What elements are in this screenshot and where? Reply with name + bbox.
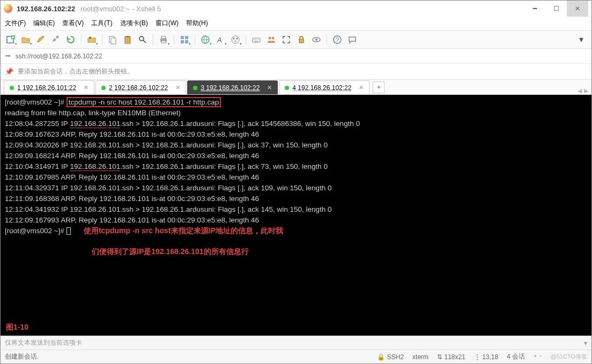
close-tab-icon[interactable]: ✕ — [267, 84, 272, 91]
encoding-button[interactable]: ▾ — [198, 33, 212, 47]
address-bar: ⮕ ssh://root@192.168.26.102:22 — [1, 49, 591, 64]
tab-strip: 1 192.168.26.101:22 ✕ 2 192.168.26.102:2… — [1, 80, 591, 95]
session-tab-1[interactable]: 1 192.168.26.101:22 ✕ — [4, 80, 94, 94]
terminal-line: 12:10:04.314971 IP 192.168.26.101.ssh > … — [5, 162, 328, 171]
svg-rect-13 — [181, 36, 184, 39]
font-button[interactable]: A▾ — [213, 33, 227, 47]
lock-button[interactable] — [294, 33, 308, 47]
terminal-line: 12:08:04.287255 IP 192.168.26.101.ssh > … — [5, 120, 360, 128]
send-bar-dropdown-icon[interactable]: ▾ — [584, 339, 587, 347]
menu-tab[interactable]: 选项卡(B) — [120, 19, 148, 28]
svg-point-2 — [54, 38, 56, 41]
fullscreen-button[interactable] — [279, 33, 293, 47]
pin-icon[interactable]: 📌 — [5, 68, 13, 76]
status-extra[interactable]: ⁺ ⁻ — [534, 353, 542, 361]
window-subtitle: root@vms002:~ - Xshell 5 — [80, 5, 161, 13]
menu-edit[interactable]: 编辑(E) — [33, 19, 55, 28]
search-button[interactable] — [136, 33, 150, 47]
status-term: xterm — [412, 353, 428, 361]
prompt: [root@vms002 ~]# — [5, 227, 66, 235]
underlined-ip: 192.168.26.101 — [70, 162, 120, 171]
status-dot-icon — [101, 86, 106, 90]
toolbar-overflow-button[interactable]: ▾ — [574, 33, 588, 47]
status-sessions: 4 会话 — [507, 352, 525, 361]
svg-point-28 — [315, 39, 317, 41]
command-highlight: tcpdump -n src host 192.168.26.101 -r ht… — [66, 97, 221, 107]
terminal-line: 12:09:04.302026 IP 192.168.26.101.ssh > … — [5, 141, 328, 149]
sessions-button[interactable] — [264, 33, 278, 47]
send-bar[interactable]: 仅将文本发送到当前选项卡 ▾ — [1, 336, 591, 350]
new-session-button[interactable]: ▾ — [4, 33, 18, 47]
annotation-line-1: 使用tcpdump -n src host来指定来源IP地址的信息，此时我 — [84, 226, 283, 235]
session-tab-2[interactable]: 2 192.168.26.102:22 ✕ — [95, 80, 186, 94]
connect-button[interactable] — [49, 33, 63, 47]
close-button[interactable]: ✕ — [567, 1, 588, 17]
tab-label: 4 192.168.26.102:22 — [292, 84, 351, 92]
hint-text: 要添加当前会话，点击左侧的箭头按钮。 — [18, 67, 134, 76]
terminal-line: 12:08:09.167623 ARP, Reply 192.168.26.10… — [5, 130, 259, 138]
hint-bar: 📌 要添加当前会话，点击左侧的箭头按钮。 — [1, 64, 591, 80]
svg-rect-8 — [126, 36, 129, 38]
transfer-button[interactable]: ▾ — [85, 33, 99, 47]
svg-point-20 — [233, 38, 235, 39]
help-button[interactable]: ? — [330, 33, 344, 47]
terminal-line: 12:11:09.168368 ARP, Reply 192.168.26.10… — [5, 195, 259, 203]
menu-file[interactable]: 文件(F) — [5, 19, 26, 28]
terminal-line: 12:09:09.168214 ARP, Reply 192.168.26.10… — [5, 152, 259, 160]
tab-next-icon[interactable]: ▶ — [584, 87, 588, 94]
svg-rect-6 — [111, 38, 116, 44]
menu-window[interactable]: 窗口(W) — [156, 19, 179, 28]
session-tab-4[interactable]: 4 192.168.26.102:22 ✕ — [279, 80, 369, 94]
tab-label: 3 192.168.26.102:22 — [201, 84, 260, 92]
terminal-line: 12:12:04.341932 IP 192.168.26.101.ssh > … — [5, 205, 332, 213]
watermark: @51CTO博客 — [551, 353, 587, 361]
paste-button[interactable] — [121, 33, 135, 47]
menu-tools[interactable]: 工具(T) — [91, 19, 112, 28]
menu-help[interactable]: 帮助(H) — [186, 19, 208, 28]
svg-text:A: A — [217, 36, 222, 44]
address-text[interactable]: ssh://root@192.168.26.102:22 — [16, 53, 102, 60]
svg-rect-23 — [253, 38, 260, 42]
keyboard-button[interactable] — [249, 33, 263, 47]
copy-button[interactable] — [106, 33, 120, 47]
close-tab-icon[interactable]: ✕ — [359, 84, 364, 91]
terminal-line: 12:10:09.167985 ARP, Reply 192.168.26.10… — [5, 173, 259, 181]
print-button[interactable]: ▾ — [157, 33, 171, 47]
add-tab-button[interactable]: + — [373, 81, 384, 93]
close-tab-icon[interactable]: ✕ — [175, 84, 180, 91]
status-bar: 创建新会话. 🔒 SSH2 xterm ⇅ 118x21 ⋮ 13,18 4 会… — [1, 350, 591, 363]
terminal-pane[interactable]: [root@vms002 ~]# tcpdump -n src host 192… — [1, 95, 591, 336]
status-ssh: 🔒 SSH2 — [377, 353, 404, 361]
terminal-line: 12:11:04.329371 IP 192.168.26.101.ssh > … — [5, 184, 332, 192]
edit-button[interactable] — [34, 33, 48, 47]
open-button[interactable]: ▾ — [19, 33, 33, 47]
minimize-button[interactable]: ━ — [524, 1, 545, 17]
svg-point-19 — [232, 36, 239, 43]
svg-rect-16 — [185, 40, 188, 43]
svg-point-21 — [236, 38, 238, 39]
status-pos: ⋮ 13,18 — [474, 353, 498, 361]
status-message: 创建新会话. — [5, 352, 39, 361]
cursor-icon — [66, 227, 71, 235]
svg-rect-14 — [185, 36, 188, 39]
svg-text:?: ? — [336, 36, 339, 43]
close-tab-icon[interactable]: ✕ — [84, 84, 88, 91]
menu-view[interactable]: 查看(V) — [62, 19, 84, 28]
prompt: [root@vms002 ~]# — [5, 98, 66, 106]
app-logo-icon — [4, 4, 12, 13]
terminal-line: reading from file http.cap, link-type EN… — [5, 109, 181, 117]
svg-rect-15 — [181, 40, 184, 43]
feedback-button[interactable] — [345, 33, 359, 47]
address-arrow-icon[interactable]: ⮕ — [5, 53, 11, 60]
menu-bar: 文件(F) 编辑(E) 查看(V) 工具(T) 选项卡(B) 窗口(W) 帮助(… — [1, 17, 591, 31]
tab-label: 2 192.168.26.102:22 — [109, 84, 168, 92]
tab-prev-icon[interactable]: ◀ — [578, 87, 582, 94]
toolbar: ▾ ▾ ▾ ▾ ▾ ▾ A▾ ▾ ? ▾ — [1, 31, 591, 49]
session-tab-3[interactable]: 3 192.168.26.102:22 ✕ — [187, 80, 278, 94]
tile-button[interactable]: ▾ — [177, 33, 191, 47]
color-button[interactable]: ▾ — [228, 33, 242, 47]
reconnect-button[interactable] — [64, 33, 78, 47]
highlight-button[interactable] — [309, 33, 323, 47]
svg-rect-11 — [161, 36, 166, 39]
maximize-button[interactable]: ☐ — [545, 1, 567, 17]
